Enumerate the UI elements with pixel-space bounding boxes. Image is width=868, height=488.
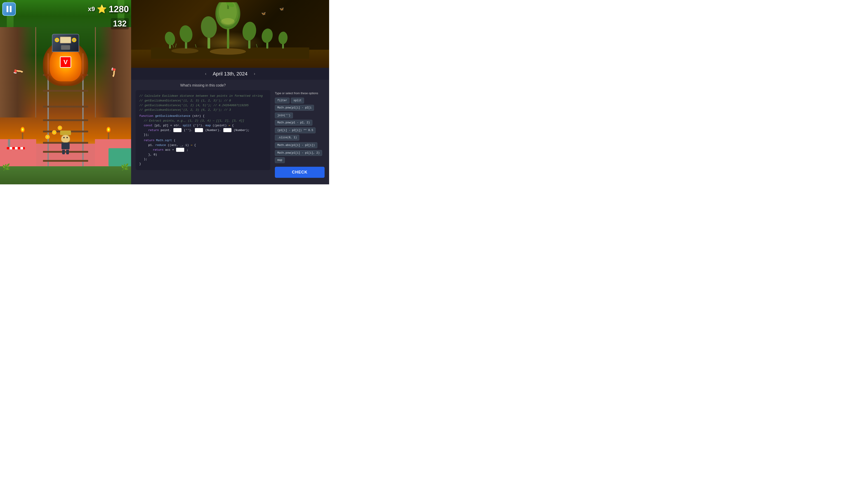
check-button[interactable]: CHECK [275, 167, 324, 178]
score-display: 1280 [109, 4, 129, 14]
date-prev-button[interactable]: ‹ [203, 70, 208, 77]
option-pow05[interactable]: (p1[i] - p2[i]) ** 0.5 [275, 127, 315, 133]
plant-banner: 🦋 🦋 [131, 0, 329, 68]
char-legs [59, 150, 72, 154]
svg-line-23 [173, 44, 174, 47]
date-navigation: ‹ April 13th, 2024 › [131, 68, 329, 80]
options-grid-row1: filter split Math.pow(p1[i] - p2[i [275, 98, 324, 111]
multiplier-display: x9 [88, 5, 95, 13]
game-hud: x9 ⭐ 1280 [0, 2, 131, 16]
question-label: What's missing in this code? [135, 84, 270, 88]
code-section: What's missing in this code? // Calculat… [135, 84, 270, 170]
svg-line-25 [195, 44, 196, 47]
option-slice[interactable]: .slice(0, 1) [275, 135, 299, 140]
torch-left [20, 127, 25, 139]
train-light-right [72, 38, 76, 42]
question-area: What's missing in this code? // Calculat… [131, 80, 329, 184]
blank-4[interactable] [176, 148, 184, 152]
coin-2 [52, 130, 57, 135]
option-mathpow-partial[interactable]: Math.pow(p1[i] - p2[i [275, 105, 314, 111]
svg-point-21 [171, 48, 198, 54]
option-map[interactable]: map [275, 157, 285, 163]
character [59, 130, 72, 148]
blank-1[interactable] [174, 128, 182, 132]
char-body [61, 142, 70, 149]
torch-right [106, 127, 111, 139]
char-hat [60, 131, 71, 135]
distance-display: 132 [111, 18, 129, 29]
option-mathabs[interactable]: Math.abs(p1[i] - p2[i]) [275, 142, 317, 148]
train-window [60, 37, 71, 43]
plant-left-icon: 🌿 [2, 163, 10, 171]
options-grid-row4: Math.abs(p1[i] - p2[i]) [275, 142, 324, 148]
svg-point-16 [241, 21, 257, 41]
plant-right-icon: 🌿 [121, 163, 129, 171]
options-grid-row2: join('') Math.pow(p1 - p2, 2) [275, 112, 324, 126]
svg-point-14 [221, 18, 235, 25]
options-grid-row3: (p1[i] - p2[i]) ** 0.5 .slice(0, 1) [275, 127, 324, 140]
option-filter[interactable]: filter [275, 98, 289, 103]
train-light-left [55, 38, 59, 42]
svg-rect-13 [227, 28, 229, 48]
option-join[interactable]: join('') [275, 112, 293, 119]
option-mathpow-p1i[interactable]: Math.pow(p1[i] - p1[i], 2) [275, 150, 322, 156]
svg-point-4 [178, 24, 194, 43]
pause-button[interactable] [2, 2, 16, 16]
code-block: // Calculate Euclidean distance between … [135, 90, 270, 170]
svg-point-6 [200, 15, 218, 39]
train [52, 34, 79, 57]
char-head [61, 135, 70, 142]
plants-svg [151, 2, 309, 59]
danger-sign: V [60, 57, 71, 68]
svg-point-20 [278, 31, 288, 44]
svg-point-22 [210, 48, 246, 55]
coin-1 [45, 135, 50, 139]
svg-point-18 [260, 28, 274, 44]
svg-point-2 [163, 31, 177, 46]
svg-line-26 [256, 44, 257, 47]
date-next-button[interactable]: › [252, 70, 257, 77]
options-sidebar: Type or select from these options filter… [275, 84, 324, 178]
date-display: April 13th, 2024 [213, 71, 248, 77]
pause-icon [6, 6, 11, 12]
star-icon: ⭐ [97, 4, 107, 14]
barrier [7, 139, 25, 148]
game-panel: 🪓 🪓 [0, 0, 131, 184]
score-area: x9 ⭐ 1280 [88, 4, 129, 14]
right-panel: 🦋 🦋 [131, 0, 329, 184]
coin-3 [58, 126, 62, 130]
option-mathpow-p1p2[interactable]: Math.pow(p1 - p2, 2) [275, 120, 312, 126]
options-label: Type or select from these options [275, 92, 324, 95]
ground-floor [0, 166, 131, 184]
option-split[interactable]: split [291, 98, 304, 103]
svg-line-24 [176, 43, 176, 47]
options-grid-row5: Math.pow(p1[i] - p1[i], 2) map [275, 150, 324, 163]
blank-2[interactable] [195, 128, 203, 132]
blank-3[interactable] [223, 128, 231, 132]
